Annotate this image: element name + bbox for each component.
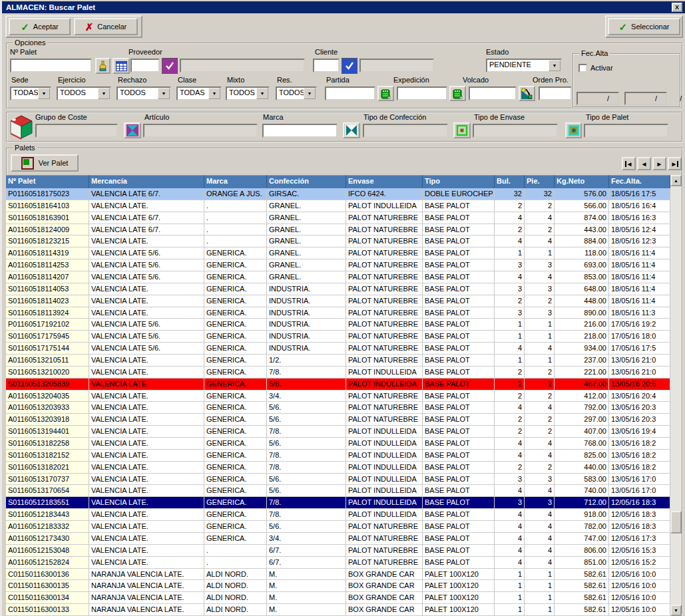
column-header[interactable]: Pie.	[525, 175, 555, 188]
cliente-code-input[interactable]	[313, 59, 340, 73]
proveedor-search-button[interactable]	[162, 58, 178, 74]
table-row[interactable]: C01150116300133NARANJA VALENCIA LATE.ALD…	[6, 604, 670, 616]
table-row[interactable]: S01160513170737VALENCIA LATE.GENERICA.5/…	[6, 474, 670, 486]
mixto-select[interactable]: TODOS ▼	[226, 86, 270, 100]
partida-input[interactable]	[325, 86, 375, 100]
table-row[interactable]: A01160518124009VALENCIA LATE 6/7..GRANEL…	[6, 224, 670, 236]
expedicion-input[interactable]	[397, 86, 447, 100]
nav-last-button[interactable]: ►	[668, 157, 682, 170]
chevron-down-icon[interactable]: ▼	[98, 88, 110, 99]
rechazo-select[interactable]: TODOS ▼	[116, 86, 171, 100]
seleccionar-button[interactable]: ✓ Seleccionar	[608, 18, 680, 35]
confeccion-search-button[interactable]	[343, 122, 360, 138]
chevron-down-icon[interactable]: ▼	[256, 88, 268, 99]
fecalta-from-input[interactable]: / /	[576, 92, 619, 105]
table-row[interactable]: A01160512152824VALENCIA LATE..6/7.PALOT …	[6, 557, 670, 569]
table-row[interactable]: A01160512153048VALENCIA LATE..6/7.PALOT …	[6, 545, 670, 557]
column-header[interactable]: Nº Palet	[6, 175, 89, 188]
fecalta-to-input[interactable]: / /	[624, 92, 667, 105]
column-header[interactable]: Tipo	[423, 175, 495, 188]
table-row[interactable]: A01160518114319VALENCIA LATE 5/6.GENERIC…	[6, 247, 670, 259]
ejercicio-select[interactable]: TODOS ▼	[57, 86, 111, 100]
chevron-down-icon[interactable]: ▼	[208, 88, 220, 99]
table-row[interactable]: A01160512183332VALENCIA LATE.GENERICA.5/…	[6, 521, 670, 533]
table-row[interactable]: S01160512183443VALENCIA LATE.GENERICA.7/…	[6, 509, 670, 521]
nav-prev-button[interactable]: ◄	[637, 157, 651, 170]
activar-checkbox[interactable]	[578, 64, 587, 73]
orden-pro-input[interactable]	[539, 86, 572, 100]
chevron-down-icon[interactable]: ▼	[549, 60, 561, 71]
table-row[interactable]: C01150116300136NARANJA VALENCIA LATE.ALD…	[6, 569, 670, 581]
table-row[interactable]: S01160513170654VALENCIA LATE.GENERICA.5/…	[6, 485, 670, 497]
column-header[interactable]: Bul.	[495, 175, 525, 188]
table-row[interactable]: S01160518164103VALENCIA LATE..GRANEL.PAL…	[6, 200, 670, 212]
table-row[interactable]: S01160518123215VALENCIA LATE..GRANEL.PAL…	[6, 235, 670, 247]
nav-next-button[interactable]: ►	[652, 157, 666, 170]
table-row[interactable]: A01160518114207VALENCIA LATE 5/6.GENERIC…	[6, 271, 670, 283]
scrollbar-track[interactable]	[670, 186, 682, 605]
envase-search-button[interactable]	[453, 122, 471, 138]
column-header[interactable]: Marca	[204, 175, 267, 188]
column-header[interactable]: Mercancía	[89, 175, 204, 188]
column-header[interactable]: Envase	[346, 175, 423, 188]
volcado-input[interactable]	[469, 86, 517, 100]
title-bar[interactable]: ALMACEN: Buscar Palet	[2, 1, 685, 13]
partida-list-button[interactable]	[377, 86, 394, 101]
hand-pick-button[interactable]	[95, 58, 111, 74]
expedicion-list-button[interactable]	[449, 86, 466, 101]
scroll-up-button[interactable]: ▲	[670, 175, 682, 186]
chevron-down-icon[interactable]: ▼	[304, 88, 316, 99]
table-cell: 806.00	[555, 545, 609, 557]
table-row[interactable]: S01160512183551VALENCIA LATE.GENERICA.7/…	[6, 497, 670, 509]
table-row[interactable]: A01160513204035VALENCIA LATE.GENERICA.3/…	[6, 390, 670, 402]
table-row[interactable]: S01160517175144VALENCIA LATE 5/6.GENERIC…	[6, 343, 670, 355]
ver-palet-button[interactable]: Ver Palet	[11, 154, 79, 172]
table-row[interactable]: A01160513203933VALENCIA LATE.GENERICA.5/…	[6, 402, 670, 414]
res-select[interactable]: TODOS ▼	[276, 86, 317, 100]
table-row[interactable]: S01160518114023VALENCIA LATE.GENERICA.IN…	[6, 295, 670, 307]
table-row[interactable]: S01160513210020VALENCIA LATE.GENERICA.7/…	[6, 367, 670, 379]
sede-select[interactable]: TODAS ▼	[10, 86, 51, 100]
table-row[interactable]: C01150116300135NARANJA VALENCIA LATE.ALD…	[6, 580, 670, 592]
table-row[interactable]: S01160513182258VALENCIA LATE.GENERICA.5/…	[6, 438, 670, 450]
table-row[interactable]: C01150116300134NARANJA VALENCIA LATE.ALD…	[6, 592, 670, 604]
calendar-grid-button[interactable]	[113, 58, 130, 74]
grupo-coste-cube-button[interactable]	[9, 114, 33, 140]
table-row[interactable]: P01160518175023VALENCIA LATE 6/7.ORANGE …	[6, 188, 670, 200]
clase-select[interactable]: TODAS ▼	[176, 86, 222, 100]
estado-select[interactable]: PENDIENTE ▼	[486, 59, 562, 73]
table-row[interactable]: S01160513182021VALENCIA LATE.GENERICA.7/…	[6, 462, 670, 474]
cancelar-button[interactable]: ✗ Cancelar	[74, 18, 138, 35]
palet-input[interactable]	[10, 59, 92, 73]
scrollbar-thumb[interactable]	[670, 511, 682, 534]
table-row[interactable]: S01160513182152VALENCIA LATE.GENERICA.7/…	[6, 450, 670, 462]
chevron-down-icon[interactable]: ▼	[38, 88, 50, 99]
table-row[interactable]: A01160513210511VALENCIA LATE.GENERICA.1/…	[6, 355, 670, 367]
table-row[interactable]: S01160513205839VALENCIA LATE.GENERICA.5/…	[6, 379, 670, 390]
proveedor-code-input[interactable]	[130, 59, 160, 73]
articulo-search-button[interactable]	[124, 122, 141, 138]
clase-label: Clase	[178, 76, 196, 84]
cliente-search-button[interactable]	[342, 58, 357, 74]
table-row[interactable]: A01160512173430VALENCIA LATE.GENERICA.3/…	[6, 533, 670, 545]
table-row[interactable]: A01160513203918VALENCIA LATE.GENERICA.5/…	[6, 414, 670, 426]
scroll-down-button[interactable]: ▼	[670, 605, 682, 616]
table-row[interactable]: P01160517192102VALENCIA LATE 5/6.GENERIC…	[6, 319, 670, 331]
volcado-button[interactable]	[519, 86, 535, 101]
tipo-palet-search-button[interactable]	[565, 122, 582, 138]
column-header[interactable]: Kg.Neto	[555, 175, 609, 188]
table-cell: VALENCIA LATE.	[89, 545, 204, 557]
close-button[interactable]: X	[672, 3, 682, 12]
nav-first-button[interactable]: ◄	[622, 157, 636, 170]
table-row[interactable]: S01160513194401VALENCIA LATE.GENERICA.7/…	[6, 426, 670, 438]
table-row[interactable]: S01160518114053VALENCIA LATE.GENERICA.IN…	[6, 283, 670, 295]
table-row[interactable]: S01160518113924VALENCIA LATE.GENERICA.IN…	[6, 307, 670, 319]
table-row[interactable]: S01160517175945VALENCIA LATE 5/6.GENERIC…	[6, 331, 670, 343]
aceptar-button[interactable]: ✓ Aceptar	[9, 18, 71, 35]
marca-input[interactable]	[262, 124, 338, 138]
column-header[interactable]: Fec.Alta.	[609, 175, 670, 188]
table-row[interactable]: A01160518114253VALENCIA LATE 5/6.GENERIC…	[6, 259, 670, 271]
table-row[interactable]: S01160518163901VALENCIA LATE 6/7..GRANEL…	[6, 212, 670, 224]
chevron-down-icon[interactable]: ▼	[158, 88, 170, 99]
column-header[interactable]: Confección	[267, 175, 346, 188]
